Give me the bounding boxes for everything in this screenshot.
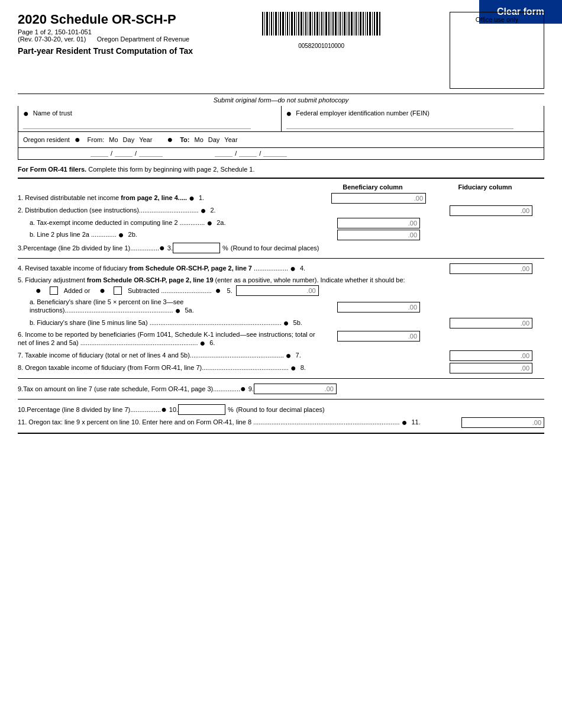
line5-added-checkbox[interactable] [50, 286, 58, 295]
line2-num: 2. [18, 207, 25, 214]
line11-input-field [461, 417, 544, 428]
line2a-input[interactable] [337, 218, 420, 228]
svg-rect-35 [342, 12, 343, 36]
line8-text: Oregon taxable income of fiduciary (from… [25, 364, 289, 371]
svg-rect-39 [351, 12, 353, 36]
for-form-note: For Form OR-41 filers. Complete this for… [18, 166, 544, 173]
line3-pct: % [222, 244, 228, 252]
svg-rect-3 [269, 12, 270, 36]
line4-input[interactable] [450, 263, 532, 274]
to-day-input[interactable] [239, 149, 257, 157]
line5b-text: b. Fiduciary's share (line 5 minus line … [30, 319, 282, 326]
from-day-input[interactable] [115, 149, 133, 157]
line4-dot: ● [290, 263, 296, 273]
svg-rect-5 [273, 12, 274, 36]
line5-check-dot1: ● [35, 285, 41, 296]
line7-input[interactable] [450, 350, 532, 361]
line5a-input[interactable] [337, 302, 420, 313]
line8-label: 8. [301, 364, 306, 371]
line2-wrapper: 2. Distribution deduction (see instructi… [18, 205, 544, 216]
line11-input[interactable] [461, 417, 544, 428]
from-dot: ● [75, 134, 80, 145]
line5b-input[interactable] [450, 318, 532, 328]
line2a-ben-field [319, 218, 438, 228]
from-slash2: / [135, 150, 137, 157]
name-of-trust-input[interactable] [23, 121, 251, 129]
dept-name: Oregon Department of Revenue [97, 36, 190, 43]
line1-label: 1. [199, 194, 204, 201]
svg-rect-19 [305, 12, 306, 36]
line7-dot: ● [286, 350, 292, 360]
line3-round: (Round to four decimal places) [231, 244, 319, 252]
line2a-text: a. Tax-exempt income deducted in computi… [30, 219, 205, 226]
svg-rect-51 [379, 12, 380, 36]
svg-rect-23 [314, 12, 315, 36]
office-use-box: Office use only [450, 12, 544, 89]
line10-pct: % [228, 406, 234, 413]
submit-note: Submit original form—do not submit photo… [18, 94, 544, 104]
line7-label: 7. [296, 352, 301, 359]
svg-rect-32 [335, 12, 337, 36]
line5-subtracted-checkbox[interactable] [114, 286, 122, 295]
line5-input[interactable] [236, 285, 319, 296]
line5b-dot: ● [283, 318, 289, 328]
date-row: Oregon resident ● From: Mo Day Year ● To… [18, 132, 544, 148]
from-mo-label: Mo [109, 136, 118, 143]
to-year-input[interactable] [263, 149, 287, 157]
line6-text: Income to be reported by beneficiaries (… [18, 331, 315, 346]
fein-input[interactable] [286, 121, 514, 129]
line9-wrapper: 9. Tax on amount on line 7 (use rate sch… [18, 384, 544, 394]
line5a-text: a. Beneficiary's share (line 5 × percent… [30, 298, 183, 314]
line2b-text: b. Line 2 plus line 2a .............. [30, 231, 117, 238]
line4-wrapper: 4. Revised taxable income of fiduciary f… [18, 263, 544, 274]
svg-rect-45 [365, 12, 366, 36]
from-day-label: Day [123, 136, 135, 143]
line11-num: 11. [18, 418, 28, 426]
svg-rect-11 [287, 12, 288, 36]
line6-wrapper: 6. Income to be reported by beneficiarie… [18, 331, 544, 349]
line2a-label: 2a. [217, 219, 225, 226]
svg-rect-31 [332, 12, 334, 36]
page-info: Page 1 of 2, 150-101-051 [18, 28, 193, 36]
line8-dot: ● [290, 363, 296, 373]
svg-rect-16 [298, 12, 299, 36]
rev-info: (Rev. 07-30-20, ver. 01) Oregon Departme… [18, 36, 193, 43]
line3-input[interactable] [173, 243, 220, 253]
svg-rect-13 [291, 12, 293, 36]
form-subtitle: Part-year Resident Trust Computation of … [18, 46, 193, 56]
svg-rect-33 [338, 12, 338, 36]
line2a-dot: ● [206, 218, 212, 228]
fein-label: Federal employer identification number (… [296, 109, 429, 117]
line10-input[interactable] [178, 404, 225, 415]
line5a-ben-field [319, 302, 438, 313]
barcode-block: 00582001010000 [262, 12, 380, 49]
to-mo-label: Mo [195, 136, 204, 143]
line5a-dot: ● [175, 305, 181, 315]
line5b-wrapper: b. Fiduciary's share (line 5 minus line … [18, 318, 544, 328]
line2b-dot: ● [118, 230, 124, 240]
svg-rect-34 [340, 12, 341, 36]
svg-rect-18 [303, 12, 304, 36]
from-year-input[interactable] [139, 149, 163, 157]
office-use-label: Office use only [476, 16, 519, 23]
from-label: From: [88, 136, 105, 143]
line8-input[interactable] [450, 363, 532, 373]
line5-dot: ● [215, 285, 221, 296]
column-headers: Beneficiary column Fiduciary column [18, 183, 544, 191]
from-mo-input[interactable] [91, 149, 108, 157]
line1-ben-input[interactable] [331, 193, 426, 204]
svg-rect-38 [348, 12, 350, 36]
line2-fid-input[interactable] [450, 205, 532, 216]
line9-input[interactable] [254, 384, 337, 394]
to-mo-input[interactable] [215, 149, 232, 157]
svg-rect-30 [331, 12, 331, 36]
line6-dot: ● [200, 338, 206, 348]
line2b-input[interactable] [337, 230, 420, 240]
line11-label: 11. [411, 418, 420, 426]
svg-rect-28 [325, 12, 327, 36]
line2-label: 2. [210, 207, 215, 214]
line2-fid-field [438, 205, 544, 216]
svg-rect-21 [309, 12, 311, 36]
line6-input[interactable] [337, 331, 420, 342]
line1-num: 1. [18, 194, 25, 201]
